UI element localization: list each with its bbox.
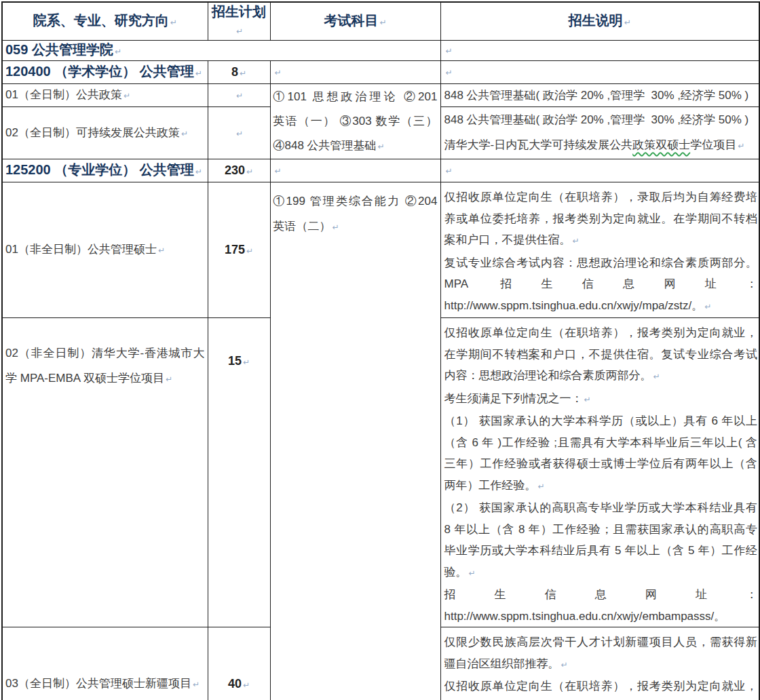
mpa-row: 01（非全日制）公共管理硕士↵ 175↵ ①199 管理类综合能力 ②204英语… [2,182,759,318]
paragraph-mark-icon: ↵ [115,47,121,56]
text-line: ④848 公共管理基础↵ [273,134,438,159]
paragraph-mark-icon: ↵ [170,18,177,27]
text-line: ①101 思想政治理论 ②201 [273,85,438,109]
professional-quota-cell: 230↵ [208,159,270,182]
text-line: 在学期间不转档案和户口，不提供住宿。 ↵ [444,697,758,700]
header-label: 招生计划 [212,4,266,19]
paragraph-mark-icon: ↵ [538,482,545,491]
text-line: 三年）工作经验或者获得硕士或博士学位后有两年以上（含 [444,453,758,475]
paragraph-mark-icon: ↵ [275,68,282,77]
notes-text: 848 公共管理基础( 政治学 20% ,管理学 30% ,经济学 50% ) [444,85,758,106]
professional-subjects-cell: ↵ [270,159,440,182]
paragraph-mark-icon: ↵ [469,568,476,578]
text-line: 848 公共管理基础( 政治学 20% ,管理学 30% ,经济学 50% ) [444,107,758,132]
text-line: 在学期间不转档案和户口，不提供住宿。复试专业综合考试 [444,344,758,366]
text-line: （1） 获国家承认的大学本科学历（或以上）具有 6 年以上 [444,410,758,432]
paragraph-mark-icon: ↵ [446,68,453,77]
text-line: （2） 获国家承认的高职高专毕业学历或大学本科结业具有 [444,497,758,519]
paragraph-mark-icon: ↵ [236,129,243,138]
admissions-table: 院系、专业、研究方向↵ 招生计划↵ 考试科目↵ 招生说明↵ 059 公共管理学院… [1,1,760,700]
college-notes-cell: ↵ [440,41,759,61]
text-line: 清华大学-日内瓦大学可持续发展公共政策双硕士学位项目↵ [444,132,758,159]
academic-degree-row: 120400 （学术学位） 公共管理↵ 8↵ ↵ ↵ [2,61,759,84]
header-cell-notes: 招生说明↵ [440,2,759,41]
program-title: 02（全日制）可持续发展公共政策 [5,126,180,139]
text-line: 仅招收原单位定向生（在职培养），报考类别为定向就业， [444,322,758,344]
embampa-quota-cell: 15↵ [208,318,270,627]
xinjiang-title-cell: 03（全日制）公共管理硕士新疆项目↵ [2,627,208,700]
program-title: 01（全日制）公共政策 [5,88,122,101]
xinjiang-quota-cell: 40↵ [208,627,270,700]
quota-value: 40 [228,677,242,691]
exam-subjects-text: ①199 管理类综合能力 ②204英语（二）↵ [273,189,438,240]
text-line: http://www.sppm.tsinghua.edu.cn/xwjy/mpa… [444,295,758,318]
paragraph-mark-icon: ↵ [181,129,188,138]
exam-subjects-text: ①101 思想政治理论 ②201英语（一） ③303 数学（三）④848 公共管… [273,85,438,159]
college-row: 059 公共管理学院↵ ↵ [2,41,759,61]
quota-value: 8 [231,65,238,79]
xinjiang-notes-cell: 仅限少数民族高层次骨干人才计划新疆项目人员，需获得新疆自治区组织部推荐。↵仅招收… [440,627,759,700]
academic-subjects-cell: ↵ [270,61,440,84]
header-label: 院系、专业、研究方向 [33,13,169,28]
paragraph-mark-icon: ↵ [246,246,253,256]
text-line: 仅招收原单位定向生（在职培养），报考类别为定向就业， [444,676,758,697]
program-title: 01（非全日制）公共管理硕士 [5,243,157,256]
paragraph-mark-icon: ↵ [246,167,253,176]
professional-exam-subjects-cell: ①199 管理类综合能力 ②204英语（二）↵ [270,182,440,700]
paragraph-mark-icon: ↵ [240,69,246,78]
program-title: 120400 （学术学位） 公共管理 [5,64,194,79]
text-line: 考生须满足下列情况之一：↵ [444,388,758,411]
text-line: （含 6 年 )工作经验 ;且需具有大学本科毕业后三年以上( 含 [444,432,758,454]
paragraph-mark-icon: ↵ [378,142,385,151]
paragraph-mark-icon: ↵ [446,46,453,56]
text-line: http://www.sppm.tsinghua.edu.cn/xwjy/emb… [444,606,758,627]
paragraph-mark-icon: ↵ [275,166,282,176]
paragraph-mark-icon: ↵ [379,18,386,27]
header-row: 院系、专业、研究方向↵ 招生计划↵ 考试科目↵ 招生说明↵ [2,2,759,41]
text-line: 仅限少数民族高层次骨干人才计划新疆项目人员，需获得新 [444,631,758,653]
pp-notes-cell: 848 公共管理基础( 政治学 20% ,管理学 30% ,经济学 50% ) [440,84,759,107]
professional-notes-cell: ↵ [440,159,759,182]
program-title: 125200 （专业学位） 公共管理 [5,162,194,177]
paragraph-mark-icon: ↵ [193,680,200,689]
mpa-notes-cell: 仅招收原单位定向生（在职培养），录取后均为自筹经费培养或单位委托培养，报考类别为… [440,182,759,318]
paragraph-mark-icon: ↵ [195,167,202,176]
paragraph-mark-icon: ↵ [584,395,591,404]
text-line: 848 公共管理基础( 政治学 20% ,管理学 30% ,经济学 50% ) [444,85,758,106]
mpa-title-cell: 01（非全日制）公共管理硕士↵ [2,182,208,318]
academic-exam-subjects-cell: ①101 思想政治理论 ②201英语（一） ③303 数学（三）④848 公共管… [270,84,440,159]
text-line: 02（非全日制）清华大学-香港城市大 [5,341,205,366]
paragraph-mark-icon: ↵ [704,302,711,311]
college-title-cell: 059 公共管理学院↵ [2,41,440,61]
program-title: 02（非全日制）清华大学-香港城市大学 MPA-EMBA 双硕士学位项目↵ [5,341,205,392]
notes-text: 848 公共管理基础( 政治学 20% ,管理学 30% ,经济学 50% )清… [444,107,758,159]
text-line: 疆自治区组织部推荐。↵ [444,653,758,676]
paragraph-mark-icon: ↵ [624,18,631,27]
paragraph-mark-icon: ↵ [236,26,243,36]
text-fragment: 学位项目 [690,138,736,151]
program-title: 03（全日制）公共管理硕士新疆项目 [5,677,191,690]
paragraph-mark-icon: ↵ [124,91,130,100]
text-line: 内容：思想政治理论和综合素质两部分。↵ [444,365,758,388]
embampa-title-cell: 02（非全日制）清华大学-香港城市大学 MPA-EMBA 双硕士学位项目↵ [2,318,208,627]
quota-value: 230 [225,163,245,177]
text-line: 复试专业综合考试内容：思想政治理论和综合素质两部分。 [444,252,758,274]
header-label: 招生说明 [569,13,623,28]
notes-text: 仅招收原单位定向生（在职培养），录取后均为自筹经费培养或单位委托培养，报考类别为… [444,187,758,317]
header-label: 考试科目 [324,13,378,28]
sdpp-title-cell: 02（全日制）可持续发展公共政策↵ [2,107,208,159]
paragraph-mark-icon: ↵ [166,374,172,384]
text-line: MPA 招生信息网址： [444,273,758,295]
text-line: 验。↵ [444,562,758,585]
public-policy-row: 01（全日制）公共政策↵ ↵ ①101 思想政治理论 ②201英语（一） ③30… [2,84,759,107]
header-cell-quota: 招生计划↵ [208,2,270,41]
sdpp-notes-cell: 848 公共管理基础( 政治学 20% ,管理学 30% ,经济学 50% )清… [440,107,759,159]
paragraph-mark-icon: ↵ [195,69,202,78]
professional-title-cell: 125200 （专业学位） 公共管理↵ [2,159,208,182]
notes-text: 仅招收原单位定向生（在职培养），报考类别为定向就业，在学期间不转档案和户口，不提… [444,322,758,627]
text-line: 招生信息网址： [444,584,758,606]
paragraph-mark-icon: ↵ [653,372,660,381]
pp-quota-cell: ↵ [208,84,270,107]
text-line: 毕业学历或大学本科结业后具有 5 年以上（含 5 年）工作经 [444,540,758,562]
paragraph-mark-icon: ↵ [561,660,568,669]
